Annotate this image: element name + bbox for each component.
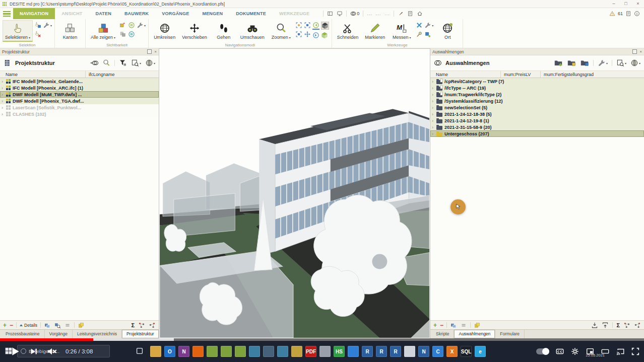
selection-options-button[interactable]: ▾ [43, 22, 52, 29]
file-explorer-tile[interactable] [150, 346, 161, 357]
link-nodes-icon[interactable] [149, 322, 156, 329]
menu-tab[interactable]: DATEN [89, 8, 118, 19]
play-button[interactable] [10, 346, 21, 357]
IFC Modell [Phoenix_Gelaende...-tile[interactable]: › IFC Modell [Phoenix_Gelaende... [0, 78, 159, 85]
IFC Modell [Phoenix_ARC.ifc] (1)-tile[interactable]: › IFC Modell [Phoenix_ARC.ifc] (1) [0, 85, 159, 91]
hamburger-menu-icon[interactable] [0, 8, 13, 19]
settings-gear-icon[interactable] [570, 347, 579, 356]
/mum:Tragwerk/ifcType (2)-tile[interactable]: › /mum:Tragwerk/ifcType (2) [430, 91, 644, 98]
xampp-tile[interactable]: X [446, 346, 458, 357]
ie-tile[interactable]: e [475, 346, 486, 357]
c-app-tile[interactable]: C [432, 346, 443, 357]
DWF Modell [Phoenix_TGA.dwf...-tile[interactable]: › DWF Modell [Phoenix_TGA.dwf... [0, 98, 159, 104]
expander-icon[interactable]: › [432, 112, 436, 117]
expander-icon[interactable]: › [432, 99, 436, 104]
/ifcType -- ARC (19)-tile[interactable]: › /ifcType -- ARC (19) [430, 85, 644, 91]
umschauen-button[interactable]: Umschauen [238, 20, 267, 41]
firefox-tile[interactable] [192, 346, 204, 357]
focus-object-button[interactable] [295, 31, 302, 38]
cast-icon[interactable] [616, 347, 625, 356]
kanten-button[interactable]: Kanten [57, 20, 83, 41]
find-objects-icon[interactable] [54, 322, 61, 329]
excel-sheet-4-tile[interactable] [249, 346, 260, 357]
close-button[interactable]: × [632, 0, 644, 8]
overflow-button-1[interactable]: ... [367, 11, 372, 16]
visibility-list-1-button[interactable] [128, 22, 135, 29]
remove-button[interactable]: − [440, 323, 443, 328]
expander-icon[interactable]: › [2, 92, 6, 97]
menu-tab[interactable]: WERKZEUGE [273, 8, 316, 19]
r-app-3-tile[interactable]: R [390, 346, 401, 357]
menu-tab[interactable]: MENGEN [196, 8, 229, 19]
focus-point-button[interactable] [295, 22, 302, 29]
ort-button[interactable]: Ort [435, 20, 460, 41]
notepad-app-tile[interactable]: N [418, 346, 429, 357]
panel-tab[interactable]: Projektstruktur [122, 330, 159, 338]
panel-tab[interactable]: Vorgänge [45, 330, 73, 338]
excel-sheet-6-tile[interactable] [277, 346, 288, 357]
selectionset-from-yellow-button[interactable] [567, 58, 576, 67]
expander-icon[interactable]: › [432, 118, 436, 123]
hide-selected-button[interactable] [119, 22, 126, 29]
tools-options-button[interactable]: ▾ [424, 22, 433, 29]
expander-icon[interactable]: › [432, 92, 436, 97]
fullscreen-icon[interactable] [631, 347, 640, 356]
expander-icon[interactable]: › [432, 105, 436, 110]
shaded-view-button[interactable] [321, 22, 329, 30]
delete-markup-button[interactable] [416, 22, 423, 29]
menu-tab[interactable]: DOKUMENTE [229, 8, 273, 19]
layout-icon[interactable] [327, 11, 333, 17]
select-add-button[interactable] [34, 22, 41, 29]
isolate-button[interactable] [119, 31, 126, 38]
add-button[interactable]: + [433, 323, 437, 328]
details-toggle[interactable]: Details [20, 323, 37, 328]
r-app-1-tile[interactable]: R [362, 346, 373, 357]
inspect-button[interactable] [416, 31, 423, 38]
panel-tab[interactable]: Skripte [431, 330, 454, 338]
set-options-button[interactable]: ▾ [598, 59, 608, 67]
link-selection-button[interactable] [90, 59, 98, 67]
excel-sheet-7-tile[interactable] [291, 346, 302, 357]
column-header-row[interactable]: Name mum:PreisLV mum:Fertigstellungsgrad [430, 71, 644, 78]
excel-sheet-5-tile[interactable] [263, 346, 274, 357]
expander-icon[interactable]: › [2, 105, 6, 110]
add-cube-button[interactable] [424, 31, 433, 38]
minimize-button[interactable]: – [608, 0, 620, 8]
warning-icon[interactable] [609, 11, 615, 17]
theater-mode-icon[interactable] [601, 347, 610, 356]
close-panel-icon[interactable]: × [154, 49, 157, 54]
dock-icon[interactable] [147, 49, 152, 54]
menu-tab[interactable]: NAVIGATION [13, 8, 55, 19]
yellow-cube-icon[interactable] [474, 322, 481, 329]
expander-icon[interactable]: › [2, 86, 6, 91]
panel-tab[interactable]: Prozessbausteine [1, 330, 45, 338]
ghost-view-button[interactable] [321, 32, 329, 39]
dock-icon[interactable] [632, 49, 637, 54]
copy-objects-icon[interactable] [450, 322, 457, 329]
notes-icon[interactable] [407, 11, 413, 17]
info-icon[interactable] [634, 11, 640, 17]
menu-tab[interactable]: VORGÄNGE [155, 8, 196, 19]
copy-objects-icon[interactable] [44, 322, 51, 329]
web-table-button[interactable]: ▾ [145, 59, 155, 67]
web-table-button[interactable]: ▾ [630, 59, 640, 67]
newSelectionSet (5)-tile[interactable]: › newSelectionSet (5) [430, 104, 644, 111]
menu-tab[interactable]: BAUWERK [118, 8, 155, 19]
DWF Modell [MuM_TWP.dwfx] ...-tile[interactable]: › DWF Modell [MuM_TWP.dwfx] ... [0, 91, 159, 98]
gehen-button[interactable]: Gehen [211, 20, 236, 41]
2021-1-24-12-18-38 (5)-tile[interactable]: › 2021-1-24-12-18-38 (5) [430, 111, 644, 117]
pdf-app-tile[interactable]: PDF [305, 346, 316, 357]
messen-button[interactable]: Messen▾ [389, 20, 414, 41]
panel-tab[interactable]: Auswahlmengen [454, 330, 495, 338]
home-icon[interactable] [417, 11, 423, 17]
selektieren-button[interactable]: Selektieren▾ [3, 20, 33, 42]
equal-icon[interactable] [460, 322, 467, 329]
select-clear-button[interactable] [34, 31, 41, 38]
subtitles-icon[interactable] [555, 347, 564, 356]
filter-button[interactable] [119, 59, 127, 67]
2021-1-24-12-19-8 (1)-tile[interactable]: › 2021-1-24-12-19-8 (1) [430, 117, 644, 124]
next-button[interactable] [29, 347, 38, 356]
CLASHES (102)-tile[interactable]: › CLASHES (102) [0, 111, 159, 117]
Untergeschoss (207)-tile[interactable]: › Untergeschoss (207) [430, 130, 644, 137]
vscode-tile[interactable] [348, 346, 359, 357]
